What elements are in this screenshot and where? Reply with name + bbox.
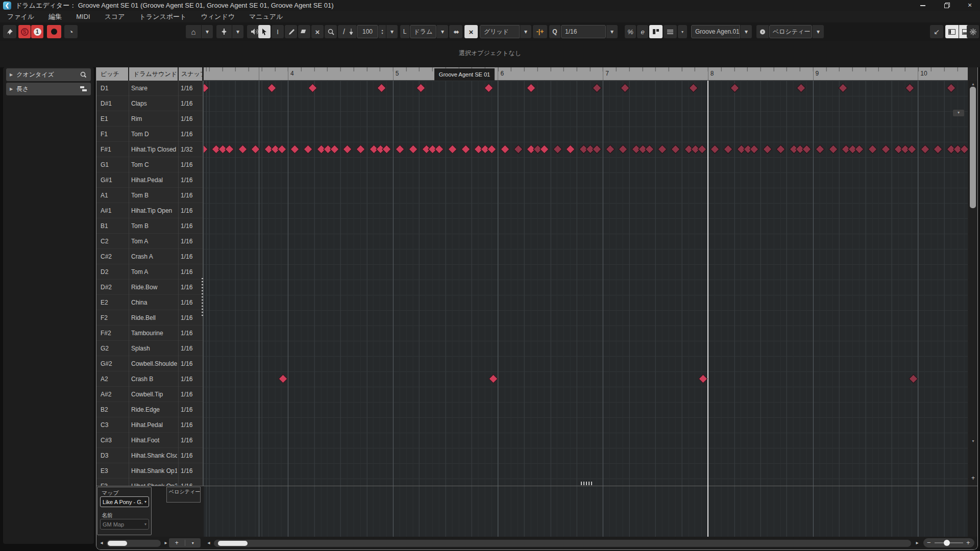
note-F#1[interactable] [776, 144, 785, 154]
column-header-snap[interactable]: スナップ [179, 67, 202, 81]
zoom-tool[interactable] [325, 25, 337, 38]
note-D1[interactable] [377, 83, 386, 92]
drum-row-G1[interactable]: G1Tom C1/16 [96, 157, 204, 172]
drum-map-select[interactable]: Like A Pony - G. ▾ [100, 496, 149, 507]
corner-arrow-icon[interactable]: ↙ [930, 25, 943, 38]
drum-row-F3[interactable]: F3Hihat.Shank Op21/16 [96, 479, 204, 486]
drum-row-B1[interactable]: B1Tom B1/16 [96, 218, 204, 234]
drum-row-A1[interactable]: A1Tom B1/16 [96, 188, 204, 203]
window-settings-gear-icon[interactable] [967, 25, 979, 38]
drum-row-E1[interactable]: E1Rim1/16 [96, 111, 204, 127]
drum-row-B2[interactable]: B2Ride.Edge1/16 [96, 402, 204, 417]
drum-row-E3[interactable]: E3Hihat.Shank Op11/16 [96, 463, 204, 479]
note-F#1[interactable] [763, 144, 772, 154]
menu-item-0[interactable]: ファイル [0, 11, 41, 22]
record-in-editor-button[interactable] [47, 25, 61, 38]
lane-drag-handle[interactable] [581, 482, 592, 485]
note-grid[interactable] [204, 81, 968, 486]
quantize-plusminus-icon[interactable]: -|+ [533, 25, 547, 38]
note-D1[interactable] [267, 83, 277, 92]
note-D1[interactable] [308, 83, 317, 92]
loop-icon[interactable]: ◔ [64, 25, 78, 38]
grid-scroll-track[interactable] [214, 540, 911, 547]
note-F#1[interactable] [487, 144, 497, 154]
drum-row-G#2[interactable]: G#2Cowbell.Shoulder1/16 [96, 356, 204, 371]
minimize-button[interactable] [912, 0, 934, 11]
column-header-sound[interactable]: ドラムサウンド [129, 67, 178, 81]
note-D1[interactable] [527, 83, 536, 92]
quantize-dropdown[interactable]: ▾ [606, 25, 618, 38]
drum-row-E2[interactable]: E2China1/16 [96, 295, 204, 310]
note-F#1[interactable] [225, 144, 234, 154]
note-F#1[interactable] [204, 144, 208, 154]
note-F#1[interactable] [750, 144, 759, 154]
note-D1[interactable] [204, 83, 209, 92]
note-F#1[interactable] [907, 144, 916, 154]
velocity-dropdown[interactable]: ▾ [386, 25, 398, 38]
lane-preset-button[interactable]: ▾ [953, 110, 964, 116]
note-F#1[interactable] [960, 144, 968, 154]
kit-dropdown[interactable]: ▾ [437, 25, 448, 38]
note-D1[interactable] [838, 83, 847, 92]
note-F#1[interactable] [592, 144, 601, 154]
controller-lane-grid[interactable] [204, 486, 968, 537]
controller-lane-label[interactable]: ベロシティー [166, 487, 201, 503]
drum-row-G2[interactable]: G2Splash1/16 [96, 341, 204, 356]
note-F#1[interactable] [304, 144, 313, 154]
note-F#1[interactable] [553, 144, 562, 154]
menu-item-3[interactable]: スコア [97, 11, 132, 22]
menu-item-2[interactable]: MIDI [69, 11, 97, 22]
draw-tool[interactable] [285, 25, 297, 38]
pin-icon[interactable] [3, 25, 16, 38]
grid-scroll-right-icon[interactable]: ▸ [913, 539, 921, 547]
note-F#1[interactable] [382, 144, 391, 154]
stepper-down-icon[interactable]: ▾ [381, 32, 383, 35]
pitch-visibility-icon[interactable] [649, 25, 663, 38]
note-D1[interactable] [946, 83, 955, 92]
note-F#1[interactable] [408, 144, 418, 154]
left-zone-toggle[interactable] [945, 25, 959, 38]
note-F#1[interactable] [330, 144, 339, 154]
add-lane-button[interactable]: + [169, 539, 185, 546]
drum-row-C2[interactable]: C2Tom A1/16 [96, 234, 204, 249]
zoom-slider-knob[interactable] [944, 540, 950, 546]
restore-button[interactable] [935, 0, 958, 11]
note-D1[interactable] [730, 83, 739, 92]
range-selection-tool[interactable]: I [272, 25, 284, 38]
drum-row-C#2[interactable]: C#2Crash A1/16 [96, 249, 204, 264]
vertical-zoom-in-button[interactable]: + [968, 474, 978, 482]
note-F#1[interactable] [697, 144, 706, 154]
menu-item-6[interactable]: マニュアル [242, 11, 290, 22]
note-F#1[interactable] [645, 144, 654, 154]
close-button[interactable]: × [959, 0, 980, 11]
expand-arrow-icon[interactable]: ▶ [10, 87, 13, 91]
window-layout-dropdown[interactable]: ▾ [202, 25, 213, 38]
note-F#1[interactable] [854, 144, 864, 154]
insert-velocity-value[interactable]: 100 [357, 25, 378, 38]
note-F#1[interactable] [658, 144, 667, 154]
list-scroll-thumb[interactable] [108, 541, 127, 546]
drum-row-C3[interactable]: C3Hihat.Pedal1/16 [96, 417, 204, 433]
note-F#1[interactable] [619, 144, 628, 154]
grid-scroll-left-icon[interactable]: ◂ [205, 539, 213, 547]
setup-window-layout-button[interactable]: ⌂ [186, 25, 201, 38]
note-D1[interactable] [484, 83, 493, 92]
lane-menu-dropdown[interactable]: ▾ [185, 541, 201, 545]
controller-dropdown[interactable]: ▾ [813, 25, 824, 38]
note-F#1[interactable] [920, 144, 929, 154]
note-F#1[interactable] [396, 144, 405, 154]
note-F#1[interactable] [881, 144, 890, 154]
note-F#1[interactable] [448, 144, 457, 154]
menu-item-1[interactable]: 編集 [41, 11, 69, 22]
note-F#1[interactable] [934, 144, 943, 154]
object-selection-tool[interactable] [258, 25, 271, 38]
layers-icon[interactable] [664, 25, 677, 38]
vertical-scrollbar[interactable]: ▴ ▾ + [968, 81, 978, 486]
note-D1[interactable] [416, 83, 426, 92]
grid-scroll-thumb[interactable] [218, 541, 248, 546]
note-F#1[interactable] [513, 144, 523, 154]
note-F#1[interactable] [461, 144, 470, 154]
quantize-panel-icon[interactable]: e [637, 25, 648, 38]
name-select[interactable]: GM Map ▾ [100, 519, 149, 530]
scroll-down-icon[interactable]: ▾ [968, 438, 978, 445]
